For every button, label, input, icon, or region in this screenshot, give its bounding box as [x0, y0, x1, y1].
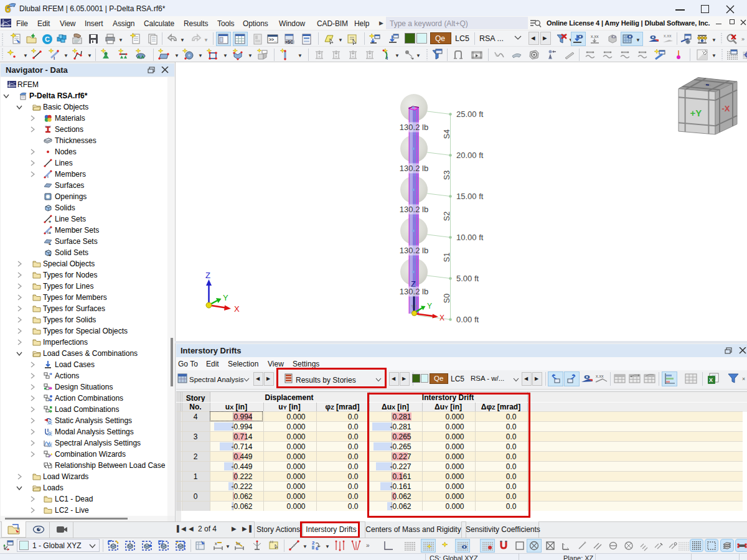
svg-text:10.00 ft: 10.00 ft — [456, 233, 484, 242]
svg-text:X: X — [234, 304, 240, 314]
svg-text:Z: Z — [205, 271, 210, 280]
svg-text:x.xx: x.xx — [591, 34, 599, 39]
svg-text:15.00 ft: 15.00 ft — [456, 192, 484, 201]
svg-text:C: C — [45, 35, 50, 43]
svg-text:S3: S3 — [443, 170, 451, 180]
svg-text:I: I — [54, 55, 55, 61]
svg-text:I: I — [47, 175, 49, 179]
svg-text:+: + — [49, 253, 51, 257]
svg-text:-X: -X — [722, 104, 730, 113]
svg-text:130.2 lb: 130.2 lb — [400, 164, 428, 173]
svg-text:0.00 ft: 0.00 ft — [456, 315, 479, 324]
svg-text:6: 6 — [5, 3, 11, 14]
svg-text:130.2 lb: 130.2 lb — [400, 246, 428, 255]
svg-text:>>_: >>_ — [269, 37, 276, 42]
svg-text:130.2 lb: 130.2 lb — [400, 205, 428, 214]
svg-text:S2: S2 — [443, 212, 451, 221]
svg-text:>SC: >SC — [285, 40, 293, 44]
svg-text:+: + — [49, 242, 51, 246]
svg-text:x: x — [215, 541, 217, 546]
svg-text:Y: Y — [223, 293, 228, 302]
svg-text:X: X — [439, 314, 444, 322]
svg-text:S1: S1 — [443, 253, 451, 262]
svg-text:S0: S0 — [443, 294, 451, 303]
svg-text:x.xx: x.xx — [596, 374, 604, 378]
svg-text:X: X — [709, 377, 713, 383]
svg-text:130.2 lb: 130.2 lb — [400, 287, 428, 296]
svg-text:x.xx: x.xx — [664, 34, 672, 38]
svg-text:Y: Y — [427, 302, 432, 310]
svg-text:I: I — [387, 55, 388, 61]
svg-text:25.00 ft: 25.00 ft — [456, 110, 484, 119]
svg-text:S4: S4 — [443, 129, 451, 139]
svg-text:+: + — [49, 220, 51, 223]
svg-text:2: 2 — [312, 540, 315, 546]
svg-text:20.00 ft: 20.00 ft — [456, 151, 484, 160]
svg-text:+: + — [49, 231, 51, 235]
svg-text:130.2 lb: 130.2 lb — [400, 123, 428, 132]
svg-text:5.00 ft: 5.00 ft — [456, 274, 479, 283]
svg-text:+Y: +Y — [690, 108, 702, 118]
